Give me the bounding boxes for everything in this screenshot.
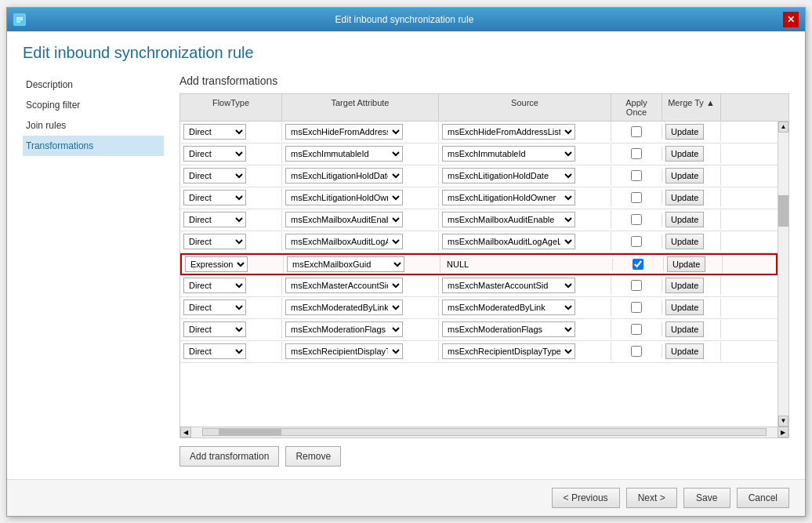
scroll-up-button[interactable]: ▲ bbox=[778, 122, 788, 133]
merge-type-button[interactable]: Update bbox=[665, 321, 704, 337]
flowtype-select[interactable]: Direct bbox=[183, 146, 246, 162]
flowtype-select[interactable]: Direct bbox=[183, 278, 246, 293]
add-transformation-button[interactable]: Add transformation bbox=[179, 446, 279, 467]
target-select[interactable]: msExchLitigationHoldDate bbox=[285, 168, 403, 183]
flowtype-select[interactable]: Direct bbox=[183, 190, 246, 205]
apply-once-checkbox[interactable] bbox=[633, 259, 643, 270]
scroll-down-button[interactable]: ▼ bbox=[778, 416, 788, 427]
source-select[interactable]: msExchLitigationHoldDate bbox=[442, 168, 575, 183]
source-select[interactable]: msExchRecipientDisplayType bbox=[442, 343, 575, 359]
save-button[interactable]: Save bbox=[683, 488, 730, 508]
apply-once-checkbox[interactable] bbox=[631, 236, 642, 247]
merge-type-button[interactable]: Update bbox=[665, 168, 704, 183]
apply-once-checkbox[interactable] bbox=[631, 280, 642, 291]
source-select[interactable]: msExchModeratedByLink bbox=[442, 300, 575, 315]
cell-target: msExchMasterAccountSid bbox=[282, 276, 439, 295]
merge-type-button[interactable]: Update bbox=[665, 146, 704, 162]
close-button[interactable]: ✕ bbox=[783, 12, 799, 27]
source-select[interactable]: msExchModerationFlags bbox=[442, 321, 575, 337]
flowtype-select[interactable]: Direct bbox=[183, 168, 246, 183]
target-select[interactable]: msExchMailboxGuid bbox=[287, 256, 404, 272]
table-row[interactable]: DirectmsExchMailboxAuditLogAgeLimitmsExc… bbox=[180, 231, 778, 253]
cell-merge-type: Update bbox=[662, 210, 721, 229]
flowtype-select[interactable]: Expression bbox=[185, 256, 248, 272]
sidebar-item-join-rules[interactable]: Join rules bbox=[23, 115, 164, 136]
h-scroll-thumb[interactable] bbox=[219, 429, 281, 435]
target-select[interactable]: msExchHideFromAddressLists bbox=[285, 124, 403, 140]
merge-type-button[interactable]: Update bbox=[667, 256, 705, 272]
scroll-thumb[interactable] bbox=[778, 195, 788, 227]
flowtype-select[interactable]: Direct bbox=[183, 234, 246, 249]
merge-type-button[interactable]: Update bbox=[665, 300, 704, 315]
merge-type-button[interactable]: Update bbox=[665, 124, 704, 140]
source-text: NULL bbox=[444, 260, 472, 269]
flowtype-select[interactable]: Direct bbox=[183, 212, 246, 227]
source-select[interactable]: msExchMailboxAuditEnable bbox=[442, 212, 575, 227]
previous-button[interactable]: < Previous bbox=[552, 488, 620, 508]
table-row[interactable]: DirectmsExchRecipientDisplayTypemsExchRe… bbox=[180, 341, 778, 363]
target-select[interactable]: msExchModerationFlags bbox=[285, 321, 403, 337]
merge-type-button[interactable]: Update bbox=[665, 234, 704, 249]
cell-target: msExchModerationFlags bbox=[282, 320, 439, 339]
table-row[interactable]: DirectmsExchMasterAccountSidmsExchMaster… bbox=[180, 275, 778, 297]
table-row[interactable]: DirectmsExchMailboxAuditEnablemsExchMail… bbox=[180, 209, 778, 231]
table-row[interactable]: DirectmsExchModeratedByLinkmsExchModerat… bbox=[180, 297, 778, 319]
target-select[interactable]: msExchModeratedByLink bbox=[285, 300, 403, 315]
table-body: DirectmsExchHideFromAddressListsmsExchHi… bbox=[180, 122, 778, 427]
apply-once-checkbox[interactable] bbox=[631, 148, 642, 159]
next-button[interactable]: Next > bbox=[626, 488, 677, 508]
table-row[interactable]: DirectmsExchLitigationHoldDatemsExchLiti… bbox=[180, 165, 778, 187]
table-row[interactable]: DirectmsExchImmutableIdmsExchImmutableId… bbox=[180, 143, 778, 165]
flowtype-select[interactable]: Direct bbox=[183, 321, 246, 337]
cell-target: msExchMailboxAuditEnable bbox=[282, 210, 439, 229]
cell-target: msExchLitigationHoldOwner bbox=[282, 188, 439, 207]
target-select[interactable]: msExchRecipientDisplayType bbox=[285, 343, 403, 359]
cell-apply-once bbox=[613, 257, 664, 271]
target-select[interactable]: msExchMailboxAuditEnable bbox=[285, 212, 403, 227]
cell-source: msExchHideFromAddressLists bbox=[439, 122, 611, 141]
target-select[interactable]: msExchMailboxAuditLogAgeLimit bbox=[285, 234, 403, 249]
source-select[interactable]: msExchHideFromAddressLists bbox=[442, 124, 575, 140]
table-row[interactable]: DirectmsExchLitigationHoldOwnermsExchLit… bbox=[180, 187, 778, 209]
merge-type-button[interactable]: Update bbox=[665, 212, 704, 227]
svg-rect-1 bbox=[16, 17, 23, 19]
target-select[interactable]: msExchMasterAccountSid bbox=[285, 278, 403, 293]
table-row[interactable]: DirectmsExchHideFromAddressListsmsExchHi… bbox=[180, 122, 778, 143]
page-title: Edit inbound synchronization rule bbox=[23, 44, 789, 62]
apply-once-checkbox[interactable] bbox=[631, 324, 642, 335]
source-select[interactable]: msExchMasterAccountSid bbox=[442, 278, 575, 293]
horizontal-scrollbar[interactable]: ◀ ▶ bbox=[180, 427, 788, 438]
cancel-button[interactable]: Cancel bbox=[737, 488, 789, 508]
merge-type-button[interactable]: Update bbox=[665, 190, 704, 205]
flowtype-select[interactable]: Direct bbox=[183, 124, 246, 140]
flowtype-select[interactable]: Direct bbox=[183, 300, 246, 315]
sidebar-item-scoping-filter[interactable]: Scoping filter bbox=[23, 95, 164, 115]
apply-once-checkbox[interactable] bbox=[631, 302, 642, 313]
sidebar-item-transformations[interactable]: Transformations bbox=[23, 136, 164, 156]
vertical-scrollbar[interactable]: ▲ ▼ bbox=[778, 122, 788, 427]
apply-once-checkbox[interactable] bbox=[631, 346, 642, 357]
sidebar-item-description[interactable]: Description bbox=[23, 74, 164, 95]
scroll-left-button[interactable]: ◀ bbox=[180, 427, 191, 438]
merge-type-button[interactable]: Update bbox=[665, 278, 704, 293]
merge-type-button[interactable]: Update bbox=[665, 343, 704, 359]
content-area: Edit inbound synchronization rule Descri… bbox=[7, 31, 805, 479]
table-row[interactable]: ExpressionmsExchMailboxGuidNULLUpdate bbox=[180, 253, 778, 275]
target-select[interactable]: msExchLitigationHoldOwner bbox=[285, 190, 403, 205]
remove-button[interactable]: Remove bbox=[285, 446, 341, 467]
apply-once-checkbox[interactable] bbox=[631, 214, 642, 225]
scroll-right-button[interactable]: ▶ bbox=[778, 427, 788, 438]
cell-source: msExchMailboxAuditEnable bbox=[439, 210, 611, 229]
target-select[interactable]: msExchImmutableId bbox=[285, 146, 403, 162]
source-select[interactable]: msExchMailboxAuditLogAgeLimit bbox=[442, 234, 575, 249]
cell-source: msExchImmutableId bbox=[439, 144, 611, 163]
apply-once-checkbox[interactable] bbox=[631, 126, 642, 137]
apply-once-checkbox[interactable] bbox=[631, 170, 642, 181]
source-select[interactable]: msExchLitigationHoldOwner bbox=[442, 190, 575, 205]
flowtype-select[interactable]: Direct bbox=[183, 343, 246, 359]
cell-merge-type: Update bbox=[662, 298, 721, 317]
apply-once-checkbox[interactable] bbox=[631, 192, 642, 203]
table-row[interactable]: DirectmsExchModerationFlagsmsExchModerat… bbox=[180, 319, 778, 341]
source-select[interactable]: msExchImmutableId bbox=[442, 146, 575, 162]
cell-flowtype: Direct bbox=[180, 188, 282, 207]
